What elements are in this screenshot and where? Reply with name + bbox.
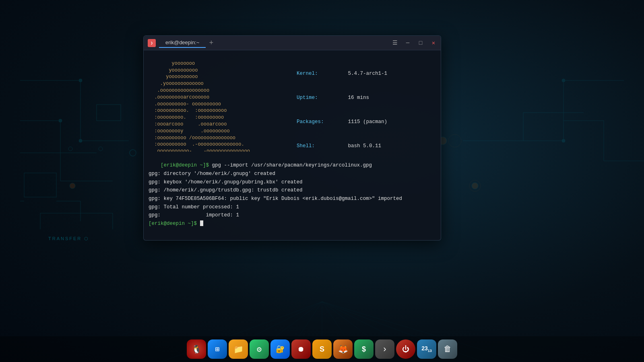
command-output: [erik@deepin ~]$ gpg --import /usr/share… [144,152,441,240]
kernel-label: Kernel: [297,70,345,78]
uptime-line: Uptime: 16 mins [297,94,436,102]
kernel-value: 5.4.7-arch1-1 [345,70,387,78]
power-icon[interactable]: ⏻ [396,339,415,359]
trash-icon[interactable]: 🗑 [438,339,457,359]
recorder-icon[interactable]: ⏺ [291,339,311,359]
cursor [200,220,203,226]
finance-icon[interactable]: $ [354,339,374,359]
window-manager-icon[interactable]: ⊞ [208,339,227,359]
password-icon[interactable]: 🔐 [270,339,290,359]
shell-value: bash 5.0.11 [345,142,381,150]
minimize-button[interactable]: ─ [405,40,411,46]
sab-icon[interactable]: S [312,339,332,359]
close-button[interactable]: ✕ [430,40,437,46]
shell-line: Shell: bash 5.0.11 [297,142,436,150]
files-icon[interactable]: 📁 [229,339,248,359]
shell-label: Shell: [297,142,345,150]
terminal-window: ❯ erik@deepin:~ + ☰ ─ □ ✕ yooooooo yoooo… [143,35,441,241]
uptime-label: Uptime: [297,94,345,102]
taskbar: 🐧 ⊞ 📁 ⚙ 🔐 ⏺ S 🦊 $ › ⏻ 2313 🗑 [0,336,644,362]
add-tab-button[interactable]: + [209,39,213,47]
sysinfo-panel: Kernel: 5.4.7-arch1-1 Uptime: 16 mins Pa… [292,50,441,152]
more-apps-icon[interactable]: › [375,339,394,359]
packages-line: Packages: 1115 (pacman) [297,118,436,126]
prompt-user: [erik@deepin ~]$ [161,162,209,168]
kernel-line: Kernel: 5.4.7-arch1-1 [297,70,436,78]
terminal-logo-icon: ❯ [148,39,156,47]
terminal-tab[interactable]: erik@deepin:~ [159,38,206,48]
prompt-user-2: [erik@deepin ~]$ [149,221,197,226]
maximize-button[interactable]: □ [417,40,424,46]
ascii-art: yooooooo yooooooooo yoooooooooo .yoooooo… [144,50,292,152]
settings-icon[interactable]: ⚙ [250,339,269,359]
terminal-titlebar: ❯ erik@deepin:~ + ☰ ─ □ ✕ [144,36,441,50]
menu-button[interactable]: ☰ [392,40,398,46]
uptime-value: 16 mins [345,94,369,102]
packages-value: 1115 (pacman) [345,118,387,126]
packages-label: Packages: [297,118,345,126]
firefox-icon[interactable]: 🦊 [333,339,353,359]
terminal-controls: ☰ ─ □ ✕ [392,40,437,46]
deepin-icon[interactable]: 🐧 [187,339,206,359]
transfer-label: TRANSFER ⬡ [48,236,89,241]
clock-icon[interactable]: 2313 [417,339,436,359]
